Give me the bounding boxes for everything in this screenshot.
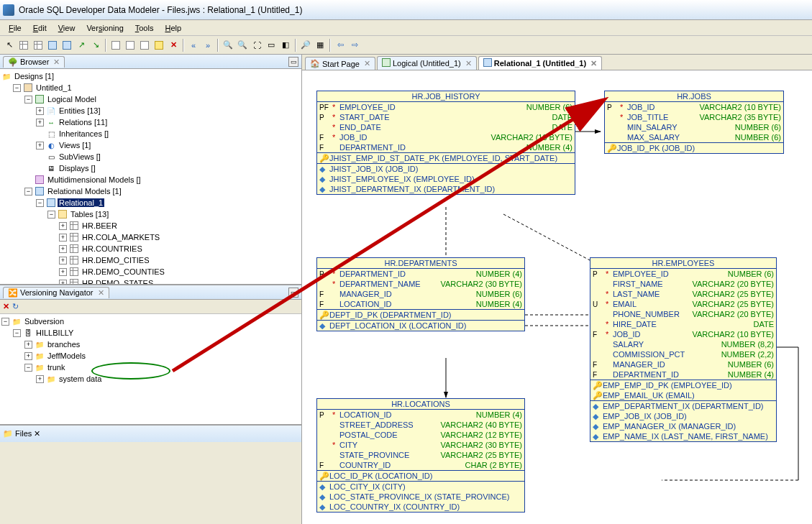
entity-index[interactable]: ◆EMP_DEPARTMENT_IX (DEPARTMENT_ID) [590,401,776,411]
collapse-icon[interactable]: − [1,318,9,326]
entity-column[interactable]: *HIRE_DATEDATE [590,319,776,329]
expand-icon[interactable]: + [24,341,32,349]
entity-index[interactable]: ◆JHIST_JOB_IX (JOB_ID) [317,164,575,174]
entity-key[interactable]: 🔑JHIST_EMP_ID_ST_DATE_PK (EMPLOYEE_ID, S… [317,153,575,163]
expand-icon[interactable]: + [36,375,44,383]
toolbar-btn-5[interactable] [109,39,122,52]
entity-column[interactable]: STATE_PROVINCEVARCHAR2 (25 BYTE) [317,450,524,460]
entity-index[interactable]: ◆LOC_COUNTRY_IX (COUNTRY_ID) [317,502,524,512]
tree-table-demo-cities[interactable]: HR.DEMO_CITIES [81,256,151,265]
tree-relations[interactable]: Relations [11] [58,118,109,127]
fit-screen-icon[interactable]: ⛶ [250,39,263,52]
entity-column[interactable]: COMMISSION_PCTNUMBER (2,2) [590,349,776,359]
entity-key[interactable]: 🔑DEPT_ID_PK (DEPARTMENT_ID) [317,310,524,320]
entity-column[interactable]: FCOUNTRY_IDCHAR (2 BYTE) [317,460,524,470]
entity-index[interactable]: ◆EMP_NAME_IX (LAST_NAME, FIRST_NAME) [590,431,776,441]
toolbar-btn-4[interactable]: ↘ [89,39,102,52]
entity-column[interactable]: MIN_SALARYNUMBER (6) [605,122,783,132]
entity-index[interactable]: ◆DEPT_LOCATION_IX (LOCATION_ID) [317,321,524,331]
collapse-icon[interactable]: − [24,364,32,372]
entity-column[interactable]: FMANAGER_IDNUMBER (6) [590,359,776,369]
expand-icon[interactable]: + [59,280,67,285]
tree-table-beer[interactable]: HR.BEER [81,221,119,230]
browser-tab[interactable]: 🌳 Browser ✕ [3,56,65,68]
nav-back-icon[interactable]: ⇦ [334,39,347,52]
minimize-panel-icon[interactable]: ▭ [288,288,298,298]
toolbar-btn-6[interactable] [124,39,137,52]
menu-help[interactable]: Help [159,22,187,34]
expand-icon[interactable]: + [59,234,67,242]
tree-inheritances[interactable]: Inheritances [] [58,129,110,138]
cursor-icon[interactable]: ↖ [3,39,16,52]
collapse-icon[interactable]: − [13,84,21,92]
entity-column[interactable]: P*START_DATEDATE [317,112,575,122]
close-tab-icon[interactable]: ✕ [590,59,597,68]
entity-column[interactable]: POSTAL_CODEVARCHAR2 (12 BYTE) [317,430,524,440]
collapse-icon[interactable]: − [47,211,55,219]
tree-multidim[interactable]: Multidimensional Models [] [46,175,142,184]
entity-index[interactable]: ◆JHIST_DEPARTMENT_IX (DEPARTMENT_ID) [317,184,575,194]
nav-fwd-icon[interactable]: ⇨ [348,39,361,52]
tree-designs[interactable]: Designs [1] [13,72,55,81]
svn-trunk[interactable]: trunk [46,363,66,372]
svn-hillbilly[interactable]: HILLBILLY [35,328,75,337]
note-icon[interactable] [152,39,165,52]
entity-column[interactable]: FMANAGER_IDNUMBER (6) [317,289,524,299]
tree-subviews[interactable]: SubViews [] [58,152,102,161]
expand-icon[interactable]: + [24,352,32,360]
entity-column[interactable]: FDEPARTMENT_IDNUMBER (4) [317,142,575,152]
menu-tools[interactable]: Tools [129,22,160,34]
expand-icon[interactable]: + [36,142,44,150]
entity-column[interactable]: FIRST_NAMEVARCHAR2 (20 BYTE) [590,279,776,289]
entity-column[interactable]: FLOCATION_IDNUMBER (4) [317,299,524,309]
entity-key[interactable]: 🔑EMP_EMP_ID_PK (EMPLOYEE_ID) [590,380,776,390]
entity-column[interactable]: U*EMAILVARCHAR2 (25 BYTE) [590,299,776,309]
diagram-canvas[interactable]: HR.JOB_HISTORYPF*EMPLOYEE_IDNUMBER (6)P*… [302,70,812,524]
tab-start-page[interactable]: 🏠Start Page✕ [305,57,375,70]
expand-icon[interactable]: + [36,107,44,115]
toolbar-btn-2[interactable] [60,39,73,52]
entity-key[interactable]: 🔑EMP_EMAIL_UK (EMAIL) [590,390,776,400]
expand-icon[interactable]: + [59,257,67,265]
tree-table-cola[interactable]: HR.COLA_MARKETS [81,233,161,242]
entity-jobs[interactable]: HR.JOBSP*JOB_IDVARCHAR2 (10 BYTE)*JOB_TI… [604,91,784,154]
entity-column[interactable]: P*DEPARTMENT_IDNUMBER (4) [317,269,524,279]
svn-jeffmodels[interactable]: JeffModels [46,351,87,360]
entity-key[interactable]: 🔑JOB_ID_PK (JOB_ID) [605,143,783,153]
collapse-icon[interactable]: − [36,199,44,207]
files-tab[interactable]: 📁 Files ✕ [3,429,40,438]
entity-column[interactable]: SALARYNUMBER (8,2) [590,339,776,349]
entity-column[interactable]: *DEPARTMENT_NAMEVARCHAR2 (30 BYTE) [317,279,524,289]
entity-column[interactable]: *LAST_NAMEVARCHAR2 (25 BYTE) [590,289,776,299]
rewind-icon[interactable]: « [187,39,200,52]
collapse-icon[interactable]: − [24,188,32,196]
entity-column[interactable]: P*JOB_IDVARCHAR2 (10 BYTE) [605,102,783,112]
entity-index[interactable]: ◆LOC_STATE_PROVINCE_IX (STATE_PROVINCE) [317,492,524,502]
zoom-reset-icon[interactable]: ▭ [265,39,278,52]
entity-key[interactable]: 🔑LOC_ID_PK (LOCATION_ID) [317,471,524,481]
tree-tables[interactable]: Tables [13] [69,210,110,219]
collapse-icon[interactable]: − [13,329,21,337]
expand-icon[interactable]: + [59,245,67,253]
entity-column[interactable]: P*LOCATION_IDNUMBER (4) [317,410,524,420]
versioning-tree[interactable]: −📁Subversion −🗄HILLBILLY +📁branches +📁Je… [0,314,301,425]
tree-table-demo-states[interactable]: HR.DEMO_STATES [81,279,155,285]
expand-icon[interactable]: + [36,119,44,127]
new-table-icon[interactable] [17,39,30,52]
tree-relational1[interactable]: Relational_1 [58,198,104,207]
close-tab-icon[interactable]: ✕ [364,59,370,68]
entity-locations[interactable]: HR.LOCATIONSP*LOCATION_IDNUMBER (4)STREE… [316,398,525,512]
svn-branches[interactable]: branches [46,340,81,349]
delete-icon[interactable]: ✕ [167,39,180,52]
minimize-panel-icon[interactable]: ▭ [288,57,298,67]
collapse-icon[interactable]: − [24,96,32,104]
tab-logical[interactable]: Logical (Untitled_1)✕ [377,56,477,70]
close-files-icon[interactable]: ✕ [34,429,40,438]
entity-employees[interactable]: HR.EMPLOYEESP*EMPLOYEE_IDNUMBER (6)FIRST… [590,257,777,442]
tree-table-countries[interactable]: HR.COUNTRIES [81,244,144,253]
tree-relmodels[interactable]: Relational Models [1] [46,187,123,196]
entity-column[interactable]: P*EMPLOYEE_IDNUMBER (6) [590,269,776,279]
tree-entities[interactable]: Entities [13] [58,106,101,115]
svn-systemdata[interactable]: system data [58,374,103,383]
toolbar-btn-3[interactable]: ↗ [75,39,88,52]
